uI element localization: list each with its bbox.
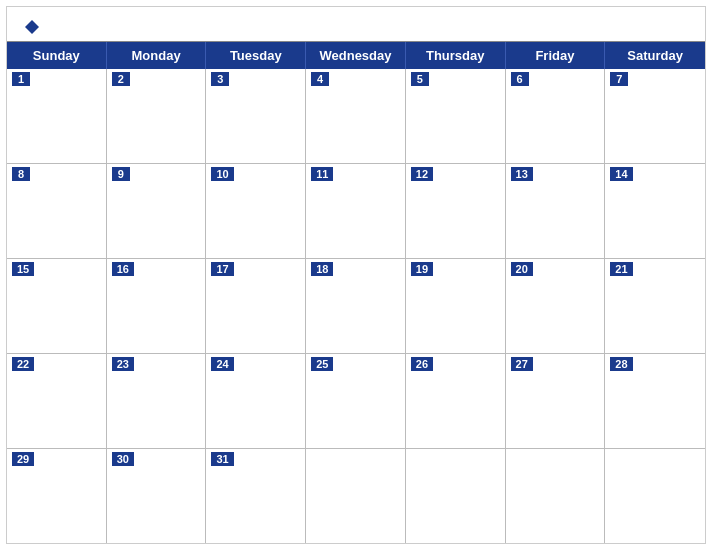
day-number: 20 (511, 262, 533, 276)
day-number: 29 (12, 452, 34, 466)
weeks-container: 1234567891011121314151617181920212223242… (7, 69, 705, 543)
day-number: 19 (411, 262, 433, 276)
day-cell (605, 449, 705, 543)
day-number: 23 (112, 357, 134, 371)
week-row-1: 1234567 (7, 69, 705, 164)
day-number: 22 (12, 357, 34, 371)
day-number: 30 (112, 452, 134, 466)
day-cell: 22 (7, 354, 107, 448)
svg-marker-0 (25, 20, 39, 34)
day-cell: 27 (506, 354, 606, 448)
day-number: 14 (610, 167, 632, 181)
day-number: 31 (211, 452, 233, 466)
day-cell: 1 (7, 69, 107, 163)
day-cell: 6 (506, 69, 606, 163)
day-number: 12 (411, 167, 433, 181)
day-cell (406, 449, 506, 543)
day-number: 27 (511, 357, 533, 371)
day-cell: 4 (306, 69, 406, 163)
day-cell: 31 (206, 449, 306, 543)
day-number: 6 (511, 72, 529, 86)
day-header-sunday: Sunday (7, 42, 107, 69)
day-number: 2 (112, 72, 130, 86)
day-number: 8 (12, 167, 30, 181)
day-number: 21 (610, 262, 632, 276)
day-header-wednesday: Wednesday (306, 42, 406, 69)
day-cell: 12 (406, 164, 506, 258)
day-number: 10 (211, 167, 233, 181)
day-number: 16 (112, 262, 134, 276)
logo-area (23, 17, 39, 35)
day-number: 5 (411, 72, 429, 86)
week-row-2: 891011121314 (7, 164, 705, 259)
day-number: 13 (511, 167, 533, 181)
day-number: 3 (211, 72, 229, 86)
day-cell: 14 (605, 164, 705, 258)
day-header-saturday: Saturday (605, 42, 705, 69)
week-row-5: 293031 (7, 449, 705, 543)
day-number: 17 (211, 262, 233, 276)
logo-blue (23, 17, 39, 35)
day-number: 11 (311, 167, 333, 181)
day-cell: 15 (7, 259, 107, 353)
day-cell: 30 (107, 449, 207, 543)
day-number: 15 (12, 262, 34, 276)
day-cell: 13 (506, 164, 606, 258)
day-cell: 3 (206, 69, 306, 163)
day-number: 24 (211, 357, 233, 371)
day-number: 1 (12, 72, 30, 86)
logo-icon (25, 20, 39, 34)
day-cell (506, 449, 606, 543)
day-cell: 17 (206, 259, 306, 353)
day-cell (306, 449, 406, 543)
day-number: 26 (411, 357, 433, 371)
day-cell: 20 (506, 259, 606, 353)
day-header-friday: Friday (506, 42, 606, 69)
day-header-monday: Monday (107, 42, 207, 69)
day-cell: 11 (306, 164, 406, 258)
day-cell: 8 (7, 164, 107, 258)
day-number: 9 (112, 167, 130, 181)
day-cell: 26 (406, 354, 506, 448)
calendar-grid: SundayMondayTuesdayWednesdayThursdayFrid… (7, 41, 705, 543)
day-number: 4 (311, 72, 329, 86)
day-header-thursday: Thursday (406, 42, 506, 69)
day-cell: 2 (107, 69, 207, 163)
day-cell: 25 (306, 354, 406, 448)
day-cell: 29 (7, 449, 107, 543)
week-row-3: 15161718192021 (7, 259, 705, 354)
day-number: 18 (311, 262, 333, 276)
day-number: 28 (610, 357, 632, 371)
day-cell: 21 (605, 259, 705, 353)
week-row-4: 22232425262728 (7, 354, 705, 449)
day-cell: 23 (107, 354, 207, 448)
day-cell: 9 (107, 164, 207, 258)
day-cell: 16 (107, 259, 207, 353)
day-headers: SundayMondayTuesdayWednesdayThursdayFrid… (7, 42, 705, 69)
day-cell: 5 (406, 69, 506, 163)
day-cell: 28 (605, 354, 705, 448)
day-cell: 18 (306, 259, 406, 353)
calendar-header (7, 7, 705, 41)
day-number: 25 (311, 357, 333, 371)
day-header-tuesday: Tuesday (206, 42, 306, 69)
day-number: 7 (610, 72, 628, 86)
day-cell: 24 (206, 354, 306, 448)
day-cell: 19 (406, 259, 506, 353)
day-cell: 7 (605, 69, 705, 163)
calendar-container: SundayMondayTuesdayWednesdayThursdayFrid… (6, 6, 706, 544)
day-cell: 10 (206, 164, 306, 258)
